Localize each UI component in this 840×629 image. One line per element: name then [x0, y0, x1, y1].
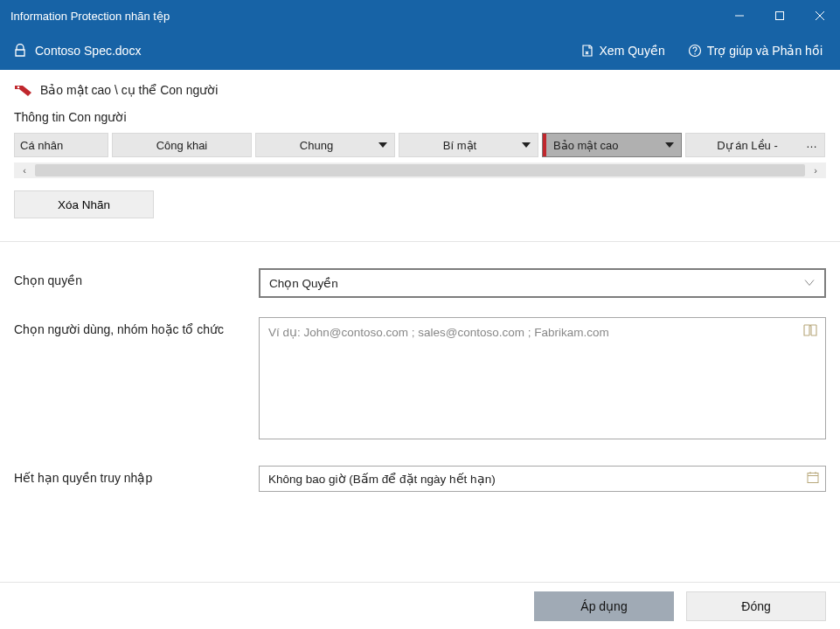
- chevron-down-icon: [803, 277, 816, 290]
- chevron-down-icon: [522, 142, 531, 148]
- users-input[interactable]: Ví dụ: John@contoso.com ; sales@contoso.…: [259, 317, 826, 439]
- svg-point-6: [17, 86, 20, 89]
- label-general[interactable]: Chung: [255, 133, 395, 157]
- users-placeholder: Ví dụ: John@contoso.com ; sales@contoso.…: [268, 326, 609, 339]
- label-text: Bí mật: [443, 139, 476, 152]
- label-text: Công khai: [156, 139, 208, 152]
- delete-label-text: Xóa Nhãn: [58, 198, 110, 211]
- permissions-label: Chọn quyền: [14, 268, 259, 298]
- expire-date-input[interactable]: Không bao giờ (Bấm để đặt ngày hết hạn): [259, 466, 826, 492]
- close-button[interactable]: [800, 0, 840, 31]
- address-book-button[interactable]: [802, 323, 818, 340]
- permissions-icon: [580, 44, 594, 58]
- maximize-button[interactable]: [760, 0, 800, 31]
- svg-rect-7: [808, 473, 818, 483]
- scroll-right-button[interactable]: ›: [805, 165, 826, 176]
- label-project-tent[interactable]: Dự án Lều - …: [685, 133, 825, 157]
- calendar-icon: [806, 471, 820, 485]
- lock-icon: [14, 44, 26, 58]
- address-book-icon: [802, 323, 818, 337]
- label-personal[interactable]: Cá nhân: [14, 133, 108, 157]
- view-permissions-label: Xem Quyền: [600, 44, 665, 58]
- footer-bar: Áp dụng Đóng: [0, 582, 840, 629]
- classification-path-row: Bảo mật cao \ cụ thể Con người: [14, 82, 826, 98]
- scroll-left-button[interactable]: ‹: [14, 165, 35, 176]
- chevron-down-icon: [665, 142, 674, 148]
- svg-point-5: [694, 53, 695, 54]
- tag-icon: [14, 82, 33, 98]
- apply-button[interactable]: Áp dụng: [534, 591, 674, 621]
- close-dialog-button[interactable]: Đóng: [686, 591, 826, 621]
- delete-label-button[interactable]: Xóa Nhãn: [14, 190, 154, 218]
- permissions-dropdown[interactable]: Chọn Quyền: [259, 268, 826, 298]
- help-feedback-label: Trợ giúp và Phản hồi: [707, 44, 823, 58]
- label-public[interactable]: Công khai: [112, 133, 252, 157]
- label-text: Cá nhân: [20, 139, 63, 152]
- calendar-button[interactable]: [806, 471, 820, 487]
- label-scroll-strip: ‹ ›: [14, 162, 826, 178]
- help-icon: [688, 44, 702, 58]
- label-text: Chung: [300, 139, 333, 152]
- classification-section-label: Thông tin Con người: [14, 110, 826, 124]
- title-bar: Information Protection nhãn tệp: [0, 0, 840, 31]
- window-title: Information Protection nhãn tệp: [10, 10, 719, 23]
- label-highly-confidential[interactable]: Bảo mật cao: [542, 133, 682, 157]
- scroll-track[interactable]: [35, 164, 805, 176]
- apply-button-label: Áp dụng: [580, 599, 627, 613]
- chevron-down-icon: [378, 142, 387, 148]
- header-bar: Contoso Spec.docx Xem Quyền Trợ giúp và …: [0, 31, 840, 70]
- ellipsis-icon: …: [806, 137, 817, 150]
- minimize-button[interactable]: [719, 0, 760, 31]
- svg-rect-1: [776, 12, 784, 20]
- expire-date-value: Không bao giờ (Bấm để đặt ngày hết hạn): [268, 472, 496, 486]
- label-text: Bảo mật cao: [553, 139, 619, 152]
- label-text: Dự án Lều -: [717, 139, 777, 152]
- label-buttons-row: Cá nhân Công khai Chung Bí mật Bảo mật c…: [14, 133, 826, 157]
- file-name: Contoso Spec.docx: [35, 44, 141, 58]
- help-feedback-button[interactable]: Trợ giúp và Phản hồi: [681, 40, 830, 61]
- file-name-section: Contoso Spec.docx: [14, 44, 565, 58]
- expire-label: Hết hạn quyền truy nhập: [14, 466, 259, 492]
- users-label: Chọn người dùng, nhóm hoặc tổ chức: [14, 317, 259, 439]
- label-confidential[interactable]: Bí mật: [399, 133, 538, 157]
- close-dialog-button-label: Đóng: [741, 599, 770, 613]
- permissions-dropdown-value: Chọn Quyền: [269, 276, 338, 290]
- view-permissions-button[interactable]: Xem Quyền: [573, 40, 672, 61]
- classification-path: Bảo mật cao \ cụ thể Con người: [40, 83, 218, 97]
